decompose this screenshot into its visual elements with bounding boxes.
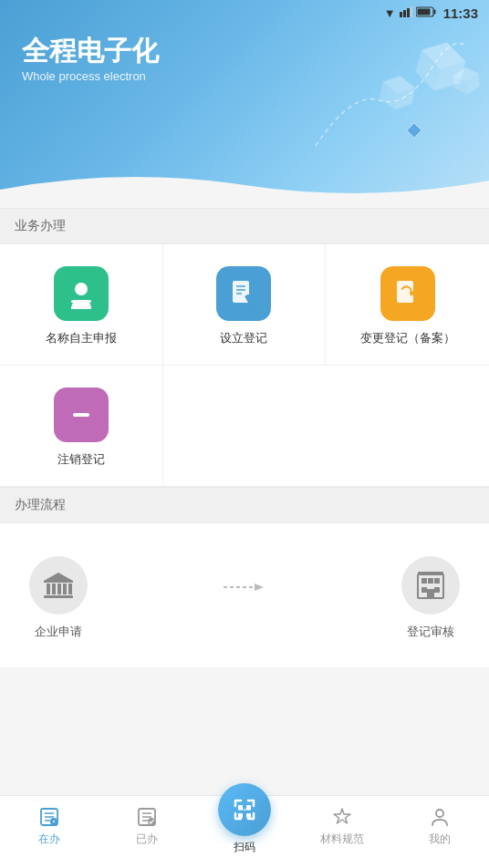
svg-rect-30 (52, 584, 56, 594)
svg-point-56 (148, 818, 155, 825)
cancel-register-icon-wrap (54, 388, 109, 442)
setup-register-label: 设立登记 (220, 330, 267, 346)
nav-item-yiban[interactable]: 已办 (98, 803, 195, 847)
svg-rect-31 (57, 584, 61, 594)
svg-rect-0 (400, 12, 402, 17)
svg-rect-29 (47, 584, 50, 594)
svg-rect-60 (246, 813, 251, 818)
flow-section: 企业申请 登记审核 (0, 523, 489, 667)
review-label: 登记审核 (407, 624, 454, 640)
business-item-name-apply[interactable]: 名称自主申报 (0, 244, 163, 366)
svg-point-63 (436, 810, 443, 817)
nav-item-scan[interactable]: 扫码 (195, 783, 293, 855)
change-register-label: 变更登记（备案） (360, 330, 455, 346)
wifi-icon: ▼ (384, 6, 396, 20)
mine-icon (428, 805, 452, 829)
bottom-nav: 在办 已办 (0, 795, 489, 868)
svg-rect-27 (73, 413, 89, 417)
business-grid: 名称自主申报 设立登记 变更登记（备案） (0, 244, 489, 487)
zaiban-icon (37, 805, 61, 829)
nav-item-material[interactable]: 材料规范 (294, 803, 391, 847)
decorative-cubes (297, 18, 480, 182)
flow-arrow (95, 578, 394, 601)
business-item-setup-register[interactable]: 设立登记 (163, 244, 327, 366)
review-icon-wrap (401, 556, 460, 615)
svg-rect-34 (44, 595, 73, 598)
person-icon (66, 278, 97, 309)
name-apply-icon-wrap (54, 266, 109, 321)
flow-item-enterprise[interactable]: 企业申请 (22, 556, 95, 640)
refresh-doc-icon (392, 278, 423, 309)
business-item-cancel-register[interactable]: 注销登记 (0, 366, 163, 486)
yiban-icon (135, 805, 159, 829)
minus-icon (66, 399, 97, 430)
svg-marker-36 (255, 584, 264, 591)
svg-rect-6 (417, 8, 430, 15)
mine-label: 我的 (429, 832, 451, 847)
svg-rect-38 (421, 578, 427, 584)
scan-label: 扫码 (234, 840, 255, 855)
cancel-register-label: 注销登记 (57, 451, 105, 468)
svg-rect-5 (433, 9, 435, 14)
svg-rect-2 (407, 8, 410, 17)
svg-rect-43 (427, 589, 434, 598)
change-register-icon-wrap (380, 266, 435, 321)
yiban-label: 已办 (136, 832, 158, 847)
nav-item-zaiban[interactable]: 在办 (0, 803, 98, 847)
svg-rect-39 (428, 578, 433, 584)
enterprise-label: 企业申请 (35, 624, 82, 640)
flow-item-review[interactable]: 登记审核 (394, 556, 467, 640)
svg-rect-1 (403, 10, 406, 17)
arrow-icon (222, 578, 267, 596)
svg-marker-62 (334, 809, 350, 823)
svg-marker-16 (407, 123, 421, 138)
svg-rect-41 (421, 587, 427, 593)
status-bar-right: ▼ 11:33 (384, 5, 478, 21)
process-section-label: 办理流程 (0, 487, 489, 523)
flow-row: 企业申请 登记审核 (22, 556, 467, 640)
material-icon (330, 805, 354, 829)
battery-icon (416, 6, 436, 20)
status-bar: ▼ 11:33 (0, 0, 489, 26)
bank-icon (42, 569, 75, 602)
svg-point-17 (75, 283, 88, 295)
hero-title-main: 全程电子化 (22, 35, 159, 67)
material-label: 材料规范 (320, 832, 364, 847)
business-item-change-register[interactable]: 变更登记（备案） (326, 244, 489, 366)
svg-rect-33 (68, 584, 72, 594)
setup-register-icon-wrap (216, 266, 271, 321)
svg-marker-28 (44, 573, 73, 583)
svg-rect-40 (434, 578, 440, 584)
name-apply-label: 名称自主申报 (46, 330, 117, 346)
svg-rect-32 (63, 584, 67, 594)
hero-title-sub: Whole process electron (22, 69, 159, 83)
scan-icon (231, 796, 258, 823)
edit-doc-icon (228, 278, 259, 309)
signal-icon (400, 6, 412, 20)
enterprise-icon-wrap (29, 556, 88, 615)
svg-rect-42 (434, 587, 440, 593)
scan-button[interactable] (218, 783, 271, 836)
zaiban-label: 在办 (38, 832, 60, 847)
svg-rect-44 (418, 572, 443, 575)
building-icon (414, 569, 447, 602)
hero-title: 全程电子化 Whole process electron (22, 35, 159, 83)
time-display: 11:33 (443, 5, 478, 21)
hero-section: 全程电子化 Whole process electron (0, 0, 489, 208)
business-section-label: 业务办理 (0, 208, 489, 244)
hero-wave (0, 162, 489, 208)
svg-rect-59 (238, 813, 243, 818)
nav-item-mine[interactable]: 我的 (391, 803, 489, 847)
svg-rect-3 (411, 6, 412, 17)
